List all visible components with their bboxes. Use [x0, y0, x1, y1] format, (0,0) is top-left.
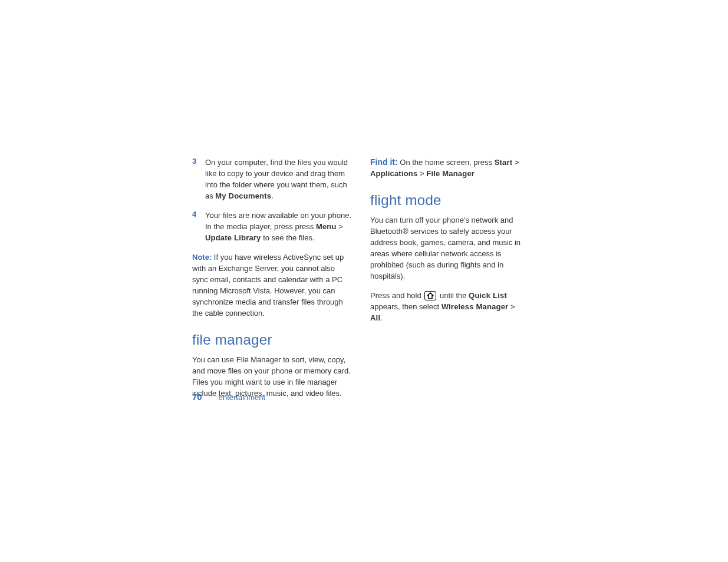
- separator: >: [512, 158, 519, 167]
- text: appears, then select: [370, 302, 442, 311]
- flight-mode-text: You can turn off your phone's network an…: [370, 214, 525, 282]
- page-number: 70: [192, 392, 202, 402]
- list-text: Your files are now available on your pho…: [205, 210, 353, 243]
- note-label: Note:: [192, 253, 212, 262]
- page-footer: 70 entertainment: [192, 392, 265, 402]
- list-item-3: 3 On your computer, find the files you w…: [192, 157, 353, 201]
- list-number: 3: [192, 157, 205, 201]
- bold-text: File Manager: [426, 169, 475, 178]
- text: On the home screen, press: [398, 158, 495, 167]
- text: until the: [437, 291, 469, 300]
- text: to see the files.: [261, 233, 315, 242]
- bold-text: Start: [495, 158, 513, 167]
- bold-text: Wireless Manager: [442, 302, 509, 311]
- list-number: 4: [192, 210, 205, 243]
- note-text: If you have wireless ActiveSync set up w…: [192, 253, 344, 318]
- home-icon: [424, 291, 436, 300]
- text: .: [271, 191, 274, 200]
- text: Press and hold: [370, 291, 423, 300]
- note-paragraph: Note: If you have wireless ActiveSync se…: [192, 252, 353, 319]
- bold-text: All: [370, 313, 380, 322]
- bold-text: Quick List: [469, 291, 507, 300]
- list-text: On your computer, find the files you wou…: [205, 157, 353, 201]
- find-it-paragraph: Find it: On the home screen, press Start…: [370, 157, 525, 179]
- section-name: entertainment: [219, 393, 266, 402]
- separator: >: [508, 302, 515, 311]
- bold-text: My Documents: [215, 191, 271, 200]
- press-paragraph: Press and hold until the Quick List appe…: [370, 290, 525, 323]
- list-item-4: 4 Your files are now available on your p…: [192, 210, 353, 243]
- separator: >: [417, 169, 426, 178]
- bold-text: Update Library: [205, 233, 261, 242]
- find-it-label: Find it:: [370, 157, 398, 167]
- left-column: 3 On your computer, find the files you w…: [192, 157, 353, 399]
- text: .: [380, 313, 383, 322]
- bold-text: Applications: [370, 169, 417, 178]
- heading-flight-mode: flight mode: [370, 192, 525, 209]
- separator: >: [337, 222, 343, 231]
- bold-text: Menu: [316, 222, 337, 231]
- page-content: 3 On your computer, find the files you w…: [192, 157, 536, 399]
- right-column: Find it: On the home screen, press Start…: [370, 157, 525, 399]
- heading-file-manager: file manager: [192, 332, 353, 348]
